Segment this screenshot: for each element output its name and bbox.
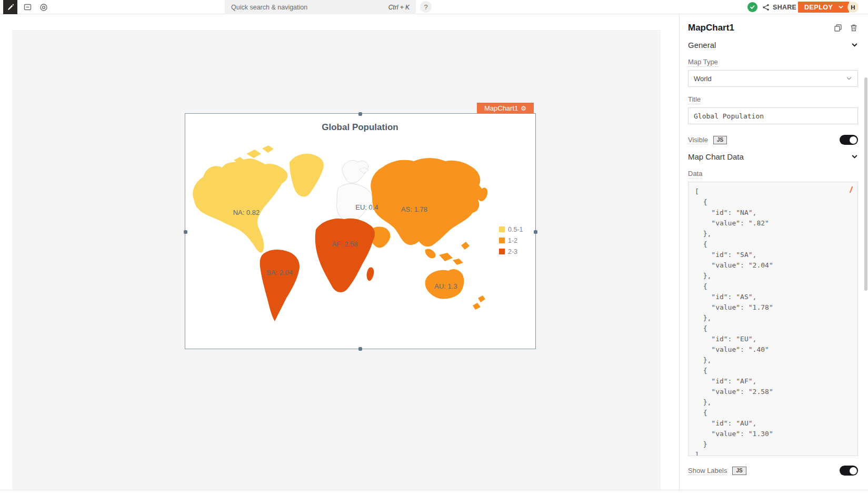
pencil-icon [7, 4, 14, 11]
region-south-america [260, 250, 300, 321]
share-button[interactable]: SHARE [762, 0, 796, 14]
chevron-down-icon [851, 42, 858, 48]
deploy-label: DEPLOY [804, 4, 833, 11]
visible-label: Visible [688, 136, 708, 144]
preview-mode-button[interactable] [36, 0, 51, 14]
panel-scrollbar[interactable] [864, 77, 867, 291]
data-code-editor[interactable]: [ { "id": "NA", "value": ".82" }, { "id"… [688, 182, 858, 456]
region-greenland [290, 154, 324, 197]
title-label: Title [688, 95, 701, 104]
legend-label-1: 0.5-1 [508, 226, 523, 233]
avatar[interactable]: H [847, 2, 859, 13]
legend-label-3: 2-3 [508, 248, 517, 255]
resize-handle-bottom[interactable] [358, 347, 362, 351]
region-label-as: AS: 1.78 [401, 205, 427, 213]
visible-toggle[interactable] [840, 135, 858, 145]
section-general-label: General [688, 41, 851, 50]
search-shortcut: Ctrl + K [388, 4, 410, 11]
region-label-na: NA: 0.82 [233, 209, 260, 216]
map-type-select[interactable]: World [688, 70, 858, 87]
help-label: ? [424, 3, 427, 11]
circle-dot-icon [39, 3, 48, 12]
edit-mode-button[interactable] [3, 0, 17, 14]
world-map-chart: Global Population [185, 114, 535, 349]
top-bar: Ctrl + K ? SHARE DEPLOY [0, 0, 868, 14]
legend-swatch-1 [499, 226, 505, 232]
map-chart-widget[interactable]: Global Population [185, 114, 535, 349]
show-labels-toggle[interactable] [840, 466, 858, 476]
region-label-sa: SA: 2.04 [266, 269, 293, 276]
map-legend: 0.5-1 1-2 2-3 [499, 226, 523, 255]
chevron-down-icon [846, 75, 852, 82]
comment-mode-button[interactable] [21, 0, 35, 14]
help-button[interactable]: ? [420, 1, 432, 13]
region-europe [337, 160, 374, 221]
legend-swatch-2 [499, 238, 505, 243]
data-label: Data [688, 170, 702, 179]
map-type-value: World [694, 75, 846, 83]
visible-js-toggle[interactable]: JS [713, 136, 727, 144]
show-labels-js-toggle[interactable]: JS [732, 467, 746, 475]
resize-handle-left[interactable] [184, 230, 187, 234]
save-status-indicator[interactable] [747, 2, 757, 12]
chevron-down-icon [838, 4, 844, 10]
delete-widget-button[interactable] [850, 24, 858, 32]
check-icon [750, 4, 755, 10]
search-input[interactable] [231, 4, 388, 11]
widget-name[interactable]: MapChart1 [688, 23, 834, 33]
section-map-chart-data[interactable]: Map Chart Data [688, 152, 858, 161]
chart-title: Global Population [322, 122, 398, 132]
widget-badge-label: MapChart1 [484, 104, 518, 112]
region-label-af: AF: 2.58 [332, 240, 357, 248]
section-map-chart-data-label: Map Chart Data [688, 152, 851, 161]
legend-swatch-3 [499, 249, 505, 254]
property-pane: MapChart1 General [679, 14, 868, 490]
region-north-america [193, 145, 287, 253]
region-africa [315, 219, 375, 292]
data-code-content: [ { "id": "NA", "value": ".82" }, { "id"… [695, 186, 857, 456]
js-slash-icon[interactable]: / [850, 185, 852, 195]
title-input[interactable] [688, 107, 858, 124]
region-label-au: AU: 1.3 [434, 282, 457, 290]
share-icon [762, 4, 770, 11]
copy-widget-button[interactable] [834, 24, 842, 32]
widget-name-badge[interactable]: MapChart1 ⚙ [477, 103, 534, 114]
quick-search[interactable]: Ctrl + K [225, 0, 416, 14]
avatar-initial: H [851, 4, 855, 11]
region-asia [368, 158, 487, 265]
chevron-down-icon [851, 153, 858, 160]
comment-icon [24, 3, 32, 11]
section-general[interactable]: General [688, 41, 858, 50]
region-label-eu: EU: 0.4 [355, 203, 378, 211]
resize-handle-right[interactable] [534, 230, 537, 234]
resize-handle-top[interactable] [358, 112, 362, 116]
deploy-button[interactable]: DEPLOY [798, 2, 849, 13]
legend-label-2: 1-2 [508, 237, 517, 244]
gear-icon[interactable]: ⚙ [521, 105, 526, 112]
canvas-bottom-divider [0, 490, 868, 490]
share-label: SHARE [773, 4, 796, 11]
map-type-label: Map Type [688, 58, 718, 67]
show-labels-label: Show Labels [688, 467, 727, 475]
